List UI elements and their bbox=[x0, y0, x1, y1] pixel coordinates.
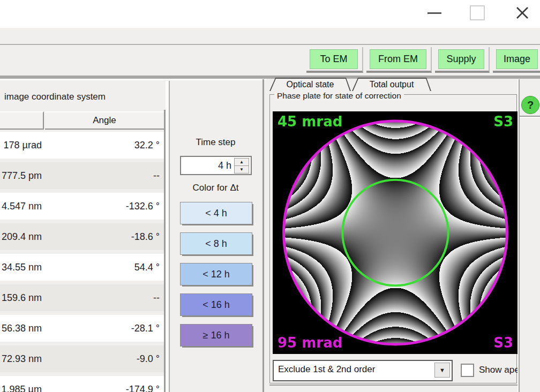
middle-panel-right-border bbox=[262, 79, 264, 392]
tab-optical-state[interactable]: Optical state bbox=[269, 78, 351, 91]
angle-value: 32.2 ° bbox=[43, 132, 160, 159]
table-row[interactable]: 4.547 nm -132.6 ° bbox=[0, 193, 164, 220]
inner-aberration-label: S3 bbox=[493, 115, 513, 129]
maximize-icon bbox=[470, 5, 485, 20]
table-row[interactable]: 34.55 nm 54.4 ° bbox=[0, 254, 164, 281]
panel-top-highlight bbox=[0, 79, 266, 80]
toolbar-cell: Image bbox=[493, 47, 540, 73]
help-strip-border bbox=[519, 79, 520, 392]
color-lt16h-button[interactable]: < 16 h bbox=[180, 293, 252, 316]
time-step-label: Time step bbox=[174, 137, 257, 148]
spin-up-icon: ▲ bbox=[239, 160, 244, 164]
menu-band bbox=[0, 28, 540, 44]
table-header-value[interactable] bbox=[0, 111, 44, 130]
angle-value: -28.1 ° bbox=[43, 315, 160, 342]
panel-divider-line bbox=[169, 81, 170, 392]
color-for-dt-label: Color for Δt bbox=[174, 183, 257, 193]
color-lt4h-button[interactable]: < 4 h bbox=[180, 202, 252, 224]
table-row[interactable]: 209.4 nm -18.6 ° bbox=[0, 223, 164, 250]
toolbar-cell: To EM bbox=[306, 47, 363, 73]
close-icon bbox=[515, 6, 529, 20]
show-aperture-checkbox[interactable] bbox=[461, 364, 474, 377]
time-step-value: 4 h bbox=[218, 157, 231, 174]
to-em-button[interactable]: To EM bbox=[310, 49, 358, 69]
spin-down-button[interactable]: ▼ bbox=[234, 165, 249, 174]
table-row[interactable]: 178 µrad 32.2 ° bbox=[0, 132, 164, 159]
magnitude-value: 777.5 pm bbox=[0, 162, 42, 189]
color-lt8h-button[interactable]: < 8 h bbox=[180, 232, 252, 255]
magnitude-value: 159.6 nm bbox=[0, 284, 42, 311]
table-header-angle[interactable]: Angle bbox=[45, 111, 164, 130]
minimize-button[interactable] bbox=[419, 0, 450, 26]
magnitude-value: 34.55 nm bbox=[0, 254, 42, 281]
supply-button[interactable]: Supply bbox=[438, 49, 484, 69]
magnitude-value: 178 µrad bbox=[0, 132, 42, 159]
color-lt12h-button[interactable]: < 12 h bbox=[180, 263, 252, 285]
toolbar-cell: From EM bbox=[366, 47, 432, 73]
outer-angle-label: 95 mrad bbox=[278, 336, 342, 350]
image-button[interactable]: Image bbox=[496, 49, 538, 69]
angle-value: -174.9 ° bbox=[43, 376, 160, 392]
question-mark-icon: ? bbox=[527, 99, 534, 111]
outer-aberration-label: S3 bbox=[493, 336, 513, 350]
angle-value: -- bbox=[43, 284, 160, 311]
angle-value: -- bbox=[43, 162, 160, 189]
angle-value: 54.4 ° bbox=[43, 254, 160, 281]
phase-plate-group-label: Phase plate for state of correction bbox=[274, 91, 404, 100]
angle-value: -9.0 ° bbox=[43, 345, 160, 372]
table-row[interactable]: 777.5 pm -- bbox=[0, 162, 164, 189]
aberration-table-body: 178 µrad 32.2 ° 777.5 pm -- 4.547 nm -13… bbox=[0, 132, 164, 392]
next-group-top-border bbox=[269, 385, 540, 386]
table-row[interactable]: 1.985 µm -174.9 ° bbox=[0, 376, 164, 392]
table-row[interactable]: 72.93 nm -9.0 ° bbox=[0, 345, 164, 372]
minimize-icon bbox=[428, 12, 441, 14]
help-divider-highlight bbox=[520, 117, 540, 118]
inner-angle-label: 45 mrad bbox=[278, 115, 342, 129]
spin-up-button[interactable]: ▲ bbox=[234, 158, 249, 166]
help-button[interactable]: ? bbox=[521, 96, 539, 114]
angle-value: -18.6 ° bbox=[43, 223, 160, 250]
spin-down-icon: ▼ bbox=[239, 167, 244, 172]
angle-value: -132.6 ° bbox=[43, 193, 160, 220]
titlebar bbox=[0, 0, 540, 28]
help-strip bbox=[518, 79, 540, 392]
magnitude-value: 72.93 nm bbox=[0, 345, 42, 372]
order-filter-value: Exclude 1st & 2nd order bbox=[278, 361, 375, 378]
toolbar: To EM From EM Supply Image bbox=[0, 45, 540, 76]
chevron-down-icon: ▼ bbox=[439, 367, 445, 373]
maximize-button[interactable] bbox=[462, 0, 493, 26]
toolbar-cell: Supply bbox=[435, 47, 490, 73]
magnitude-value: 209.4 nm bbox=[0, 223, 42, 250]
phase-plate-display: 45 mrad S3 95 mrad S3 bbox=[273, 111, 518, 354]
table-row[interactable]: 56.38 nm -28.1 ° bbox=[0, 315, 164, 342]
phase-plate-canvas bbox=[273, 111, 518, 354]
close-button[interactable] bbox=[507, 0, 538, 26]
magnitude-value: 4.547 nm bbox=[0, 193, 42, 220]
coordinate-system-label: image coordinate system bbox=[4, 92, 106, 102]
tab-total-output[interactable]: Total output bbox=[352, 78, 431, 91]
combo-dropdown-button[interactable]: ▼ bbox=[434, 363, 450, 378]
magnitude-value: 56.38 nm bbox=[0, 315, 42, 342]
from-em-button[interactable]: From EM bbox=[370, 49, 426, 69]
table-row[interactable]: 159.6 nm -- bbox=[0, 284, 164, 311]
time-step-spinner[interactable]: 4 h ▲ ▼ bbox=[180, 156, 252, 175]
color-ge16h-button[interactable]: ≥ 16 h bbox=[180, 324, 252, 346]
magnitude-value: 1.985 µm bbox=[0, 376, 42, 392]
order-filter-combobox[interactable]: Exclude 1st & 2nd order ▼ bbox=[273, 360, 453, 381]
tab-total-output-label: Total output bbox=[352, 78, 431, 91]
tab-optical-state-label: Optical state bbox=[269, 78, 351, 91]
